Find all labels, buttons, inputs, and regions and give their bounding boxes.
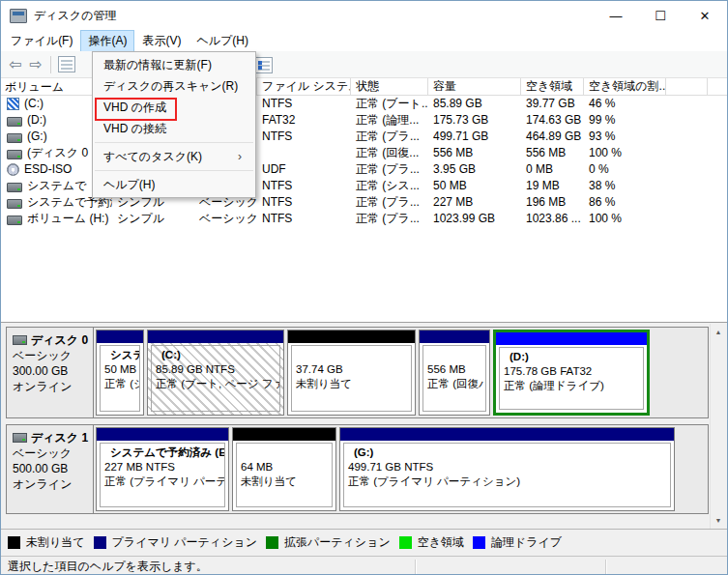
cell-status: 正常 (プラ... <box>351 211 428 227</box>
legend-item: 拡張パーティション <box>266 534 391 551</box>
cell-free: 1023.86 ... <box>521 211 584 227</box>
menu-help[interactable]: ヘルプ(H) <box>189 30 256 52</box>
partition-recovery[interactable]: 556 MB正常 (回復パ <box>419 330 490 416</box>
cell-free: 19 MB <box>521 178 584 194</box>
partition-color-bar <box>233 428 335 441</box>
toolbar-separator <box>50 56 51 73</box>
volume-name: (D:) <box>27 112 46 129</box>
menu-item-attach-vhd[interactable]: VHD の接続 <box>93 118 255 139</box>
col-status[interactable]: 状態 <box>351 78 428 95</box>
col-capacity[interactable]: 容量 <box>428 78 521 95</box>
partition-d[interactable]: (D:)175.78 GB FAT32正常 (論理ドライブ) <box>493 330 650 416</box>
console-tree-icon[interactable] <box>58 56 75 72</box>
drive-icon <box>7 150 22 159</box>
partition-color-bar <box>97 428 228 441</box>
primary-partition-swatch <box>94 536 106 549</box>
legend-item: 論理ドライブ <box>473 534 562 551</box>
partition-unallocated[interactable]: 64 MB未割り当て <box>232 427 336 511</box>
disk-0-label[interactable]: ディスク 0 ベーシック 300.00 GB オンライン <box>7 328 94 417</box>
menu-item-all-tasks[interactable]: すべてのタスク(K)› <box>93 146 255 167</box>
partition-g[interactable]: (G:)499.71 GB NTFS正常 (プライマリ パーティション) <box>339 427 675 511</box>
cell-free-pct: 38 % <box>584 178 666 194</box>
back-arrow-icon[interactable]: ⇦ <box>9 57 21 72</box>
cell-free-pct: 99 % <box>584 112 666 129</box>
logical-drive-swatch <box>473 536 485 549</box>
titlebar: ディスクの管理 — ☐ ✕ <box>1 1 727 30</box>
menu-file[interactable]: ファイル(F) <box>3 30 80 52</box>
unallocated-swatch <box>8 536 20 549</box>
cell-fs <box>257 145 351 161</box>
cell-fs: UDF <box>257 161 351 178</box>
partition-unallocated[interactable]: 37.74 GB未割り当て <box>287 330 416 416</box>
free-space-swatch <box>399 536 412 549</box>
statusbar-divider <box>605 560 607 574</box>
disk-1-label[interactable]: ディスク 1 ベーシック 500.00 GB オンライン <box>7 425 94 513</box>
partition-e[interactable]: システムで予約済み (E:)227 MB NTFS正常 (プライマリ パーティシ… <box>96 427 229 511</box>
partition-color-bar <box>340 428 674 441</box>
extended-partition-swatch <box>266 536 278 549</box>
cell-capacity: 227 MB <box>428 194 521 211</box>
legend-bar: 未割り当て プライマリ パーティション 拡張パーティション 空き領域 論理ドライ… <box>1 529 727 556</box>
status-text: 選択した項目のヘルプを表示します。 <box>8 560 208 573</box>
volume-name: ボリューム (H:) <box>27 211 108 227</box>
submenu-chevron-icon: › <box>238 146 242 167</box>
drive-icon <box>7 117 22 127</box>
volume-name: (C:) <box>24 96 44 112</box>
cell-capacity: 175.73 GB <box>428 112 521 129</box>
volume-name: (G:) <box>27 129 47 145</box>
drive-icon <box>7 199 22 209</box>
cell-free: 39.77 GB <box>521 96 584 112</box>
menu-item-refresh[interactable]: 最新の情報に更新(F) <box>93 54 255 75</box>
cell-status: 正常 (ブート... <box>351 96 428 112</box>
drive-icon <box>7 216 22 225</box>
partition-system[interactable]: システム50 MB正常 (シ <box>96 330 144 416</box>
forward-arrow-icon[interactable]: ⇨ <box>29 57 42 72</box>
properties-icon[interactable] <box>255 57 273 73</box>
cell-fs: NTFS <box>257 96 351 112</box>
disk-name: ディスク 1 <box>31 430 88 446</box>
col-filler <box>666 78 708 95</box>
cell-free-pct: 46 % <box>584 96 666 112</box>
col-fs[interactable]: ファイル システム <box>257 78 351 95</box>
cell-status: 正常 (プラ... <box>351 161 428 178</box>
cell-fs: NTFS <box>257 211 351 227</box>
legend-item: 空き領域 <box>399 534 464 551</box>
drive-icon <box>7 183 22 192</box>
menu-item-rescan[interactable]: ディスクの再スキャン(R) <box>93 75 255 97</box>
disk-icon <box>13 335 27 345</box>
drive-icon <box>7 133 22 143</box>
menu-item-help[interactable]: ヘルプ(H) <box>93 174 255 195</box>
action-menu-popup: 最新の情報に更新(F) ディスクの再スキャン(R) VHD の作成 VHD の接… <box>92 51 256 198</box>
table-row[interactable]: ボリューム (H:) シンプル ベーシック NTFS 正常 (プラ... 102… <box>1 211 727 227</box>
close-button[interactable]: ✕ <box>683 1 727 30</box>
cell-capacity: 3.95 GB <box>428 161 521 178</box>
maximize-button[interactable]: ☐ <box>638 1 683 30</box>
cell-capacity: 50 MB <box>428 178 521 194</box>
cell-free: 0 MB <box>521 161 584 178</box>
volume-name: システムで <box>27 178 86 194</box>
disk-size: 300.00 GB <box>13 363 89 379</box>
cell-status: 正常 (シス... <box>351 178 428 194</box>
cell-free: 556 MB <box>521 145 584 161</box>
cell-free-pct: 0 % <box>584 161 666 178</box>
status-bar: 選択した項目のヘルプを表示します。 <box>1 556 727 575</box>
menu-action[interactable]: 操作(A) <box>80 30 134 52</box>
disk-status: オンライン <box>13 379 89 394</box>
col-free-pct[interactable]: 空き領域の割... <box>584 78 666 95</box>
cell-free: 174.63 GB <box>521 112 584 129</box>
col-free[interactable]: 空き領域 <box>521 78 584 95</box>
scroll-up-icon[interactable]: ▲ <box>715 324 722 340</box>
hatched-volume-icon <box>7 98 19 110</box>
minimize-icon: — <box>610 9 623 23</box>
vertical-scrollbar[interactable]: ▲ ▼ <box>710 324 726 529</box>
partition-color-bar <box>496 332 647 345</box>
partition-c[interactable]: (C:)85.89 GB NTFS正常 (ブート, ページ ファイル, <box>147 330 284 416</box>
statusbar-divider <box>415 560 417 574</box>
cell-free: 464.89 GB <box>521 129 584 145</box>
partition-color-bar <box>288 331 415 343</box>
menu-bar: ファイル(F) 操作(A) 表示(V) ヘルプ(H) <box>1 30 727 51</box>
disk-status: オンライン <box>13 476 89 492</box>
menu-view[interactable]: 表示(V) <box>134 30 189 52</box>
minimize-button[interactable]: — <box>594 1 638 30</box>
scroll-down-icon[interactable]: ▼ <box>715 512 722 529</box>
